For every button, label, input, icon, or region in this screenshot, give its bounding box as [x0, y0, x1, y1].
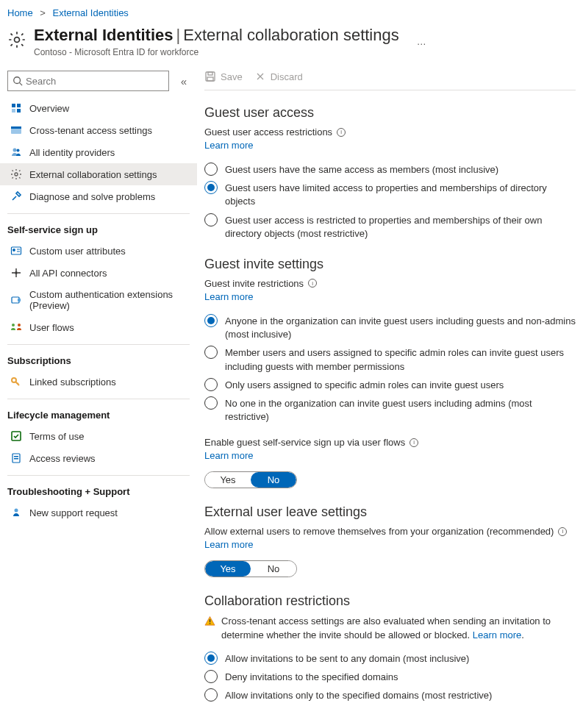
radio-icon	[204, 396, 218, 410]
collab-option-1[interactable]: Deny invitations to the specified domain…	[204, 670, 576, 684]
info-icon[interactable]: i	[337, 128, 346, 137]
sidebar-item-label: External collaboration settings	[29, 169, 190, 180]
guest-invite-option-3[interactable]: No one in the organization can invite gu…	[204, 396, 576, 424]
breadcrumb-section[interactable]: External Identities	[53, 7, 129, 18]
selfservice-label: Enable guest self-service sign up via us…	[204, 437, 405, 448]
leave-toggle[interactable]: Yes No	[204, 560, 297, 577]
learn-more-link[interactable]: Learn more	[204, 539, 253, 550]
warning-icon	[204, 615, 215, 631]
main-content: Save Discard Guest user access Guest use…	[197, 68, 583, 728]
radio-label: Guest users have limited access to prope…	[225, 181, 576, 208]
radio-icon	[204, 688, 218, 702]
sidebar-item-identity-providers[interactable]: All identity providers	[0, 141, 197, 163]
discard-button[interactable]: Discard	[254, 71, 303, 82]
section-guest-access-title: Guest user access	[204, 105, 576, 121]
users-icon	[10, 146, 22, 158]
guest-invite-option-0[interactable]: Anyone in the organization can invite gu…	[204, 314, 576, 341]
radio-label: Allow invitations only to the specified …	[225, 688, 492, 702]
toggle-no[interactable]: No	[251, 561, 296, 577]
breadcrumb: Home > External Identities	[0, 0, 583, 23]
radio-icon	[204, 213, 218, 226]
sidebar-item-label: Access reviews	[29, 453, 190, 464]
svg-point-17	[18, 324, 21, 326]
learn-more-link[interactable]: Learn more	[204, 450, 253, 461]
overview-icon	[10, 102, 22, 114]
sidebar-item-label: Overview	[29, 103, 190, 114]
radio-icon	[204, 670, 218, 683]
search-input[interactable]	[23, 74, 164, 88]
guest-access-option-2[interactable]: Guest user access is restricted to prope…	[204, 213, 576, 240]
sidebar-item-terms[interactable]: Terms of use	[0, 425, 197, 447]
sidebar-item-custom-attrs[interactable]: Custom user attributes	[0, 240, 197, 262]
radio-label: Member users and users assigned to speci…	[225, 346, 576, 373]
svg-point-10	[15, 173, 18, 176]
collab-option-0[interactable]: Allow invitations to be sent to any doma…	[204, 652, 576, 665]
guest-invite-option-1[interactable]: Member users and users assigned to speci…	[204, 346, 576, 373]
learn-more-link[interactable]: Learn more	[204, 291, 253, 302]
check-doc-icon	[10, 430, 22, 442]
breadcrumb-home[interactable]: Home	[7, 7, 33, 18]
info-icon[interactable]: i	[308, 279, 317, 288]
review-icon	[10, 452, 22, 464]
section-external-leave-title: External user leave settings	[204, 504, 576, 520]
sidebar-item-linked-subs[interactable]: Linked subscriptions	[0, 371, 197, 393]
svg-rect-27	[210, 619, 210, 622]
svg-point-23	[15, 509, 18, 513]
radio-label: Allow invitations to be sent to any doma…	[225, 652, 469, 665]
sidebar: « Overview Cross-tenant access settings …	[0, 68, 197, 728]
discard-icon	[254, 71, 266, 82]
user-flows-icon	[10, 321, 22, 333]
sidebar-item-label: Custom user attributes	[29, 246, 190, 257]
sidebar-item-custom-auth-extensions[interactable]: Custom authentication extensions (Previe…	[0, 284, 197, 316]
sidebar-item-diagnose[interactable]: Diagnose and solve problems	[0, 185, 197, 207]
learn-more-link[interactable]: Learn more	[204, 140, 253, 151]
sidebar-item-label: Diagnose and solve problems	[29, 191, 190, 202]
toolbar: Save Discard	[204, 68, 576, 90]
nav-group-lifecycle: Lifecycle management	[0, 399, 197, 425]
key-icon	[10, 376, 22, 388]
more-actions-icon[interactable]: …	[417, 36, 427, 47]
sidebar-item-support[interactable]: New support request	[0, 502, 197, 524]
sidebar-item-label: All API connectors	[29, 268, 190, 279]
search-box[interactable]	[7, 71, 169, 91]
svg-rect-7	[11, 126, 21, 129]
sidebar-item-user-flows[interactable]: User flows	[0, 316, 197, 338]
radio-label: Guest user access is restricted to prope…	[225, 213, 576, 240]
save-label: Save	[221, 71, 243, 82]
svg-rect-28	[210, 623, 210, 624]
svg-rect-2	[12, 104, 15, 107]
svg-point-9	[17, 149, 20, 152]
toggle-no[interactable]: No	[251, 472, 296, 488]
info-icon[interactable]: i	[558, 527, 567, 536]
learn-more-link[interactable]: Learn more	[473, 629, 521, 640]
save-button[interactable]: Save	[204, 71, 243, 82]
sidebar-item-label: Terms of use	[29, 431, 190, 442]
svg-point-16	[12, 324, 15, 326]
guest-access-option-0[interactable]: Guest users have the same access as memb…	[204, 163, 576, 176]
collab-warning: Cross-tenant access settings are also ev…	[204, 615, 576, 643]
sidebar-item-cross-tenant[interactable]: Cross-tenant access settings	[0, 119, 197, 141]
svg-rect-22	[14, 458, 18, 460]
sidebar-item-label: All identity providers	[29, 147, 190, 158]
svg-rect-21	[14, 456, 18, 457]
nav-group-troubleshoot: Troubleshooting + Support	[0, 476, 197, 502]
sidebar-item-overview[interactable]: Overview	[0, 97, 197, 119]
radio-icon	[204, 181, 218, 194]
toggle-yes[interactable]: Yes	[205, 561, 251, 577]
radio-label: Guest users have the same access as memb…	[225, 163, 498, 176]
gear-icon	[10, 168, 22, 180]
sidebar-item-external-collab[interactable]: External collaboration settings	[0, 163, 197, 185]
search-icon	[12, 76, 23, 86]
wrench-icon	[10, 190, 22, 202]
svg-point-8	[13, 149, 17, 152]
sidebar-item-api-connectors[interactable]: All API connectors	[0, 262, 197, 284]
toggle-yes[interactable]: Yes	[205, 472, 251, 488]
collapse-sidebar-icon[interactable]: «	[178, 74, 190, 89]
guest-invite-label: Guest invite restrictions	[204, 278, 304, 289]
info-icon[interactable]: i	[409, 438, 418, 447]
guest-access-option-1[interactable]: Guest users have limited access to prope…	[204, 181, 576, 208]
sidebar-item-access-reviews[interactable]: Access reviews	[0, 447, 197, 469]
guest-invite-option-2[interactable]: Only users assigned to specific admin ro…	[204, 378, 576, 392]
selfservice-toggle[interactable]: Yes No	[204, 471, 297, 488]
collab-option-2[interactable]: Allow invitations only to the specified …	[204, 688, 576, 702]
